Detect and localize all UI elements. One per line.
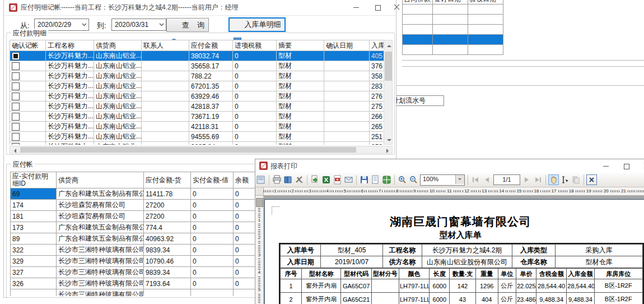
table-row[interactable]: 174 长沙坦森贸易有限公司 27200 0 0 xyxy=(11,200,273,211)
scrollbar-thumb[interactable] xyxy=(385,52,392,81)
ruler-thumb[interactable] xyxy=(256,198,263,207)
title-bar[interactable]: 应付明细记帐------当前工程：长沙万科魅力之城4.2期------当前用户：… xyxy=(4,0,396,16)
table-row[interactable]: 长沙万科魅力... 山东南山铝业... 3895.84 0 型材 250 xyxy=(10,142,384,145)
query-button[interactable]: 查 询 xyxy=(166,18,209,32)
page-number-input[interactable]: 1/1 xyxy=(493,174,520,185)
table-row[interactable] xyxy=(403,15,503,25)
confirm-checkbox[interactable] xyxy=(12,62,20,70)
table-row[interactable]: 长沙万科魅力... 山东南山铝业... 788.22 0 型材 358 xyxy=(10,71,384,81)
table-row[interactable]: 长沙万科魅力... 山东南山铝业... 94555.69 0 型材 251 xyxy=(10,132,384,142)
horizontal-scrollbar[interactable] xyxy=(10,146,393,154)
column-header[interactable]: 入库 xyxy=(370,40,384,51)
table-row[interactable]: 长沙万科魅力... 山东南山铝业... 63929.46 0 型材 276 xyxy=(10,91,384,102)
confirm-checkbox[interactable] xyxy=(12,52,20,60)
column-header[interactable]: 供货商 xyxy=(57,172,144,188)
close-button[interactable] xyxy=(388,0,405,15)
minimize-button[interactable] xyxy=(348,0,365,15)
column-header[interactable]: 应-实付款明细ID xyxy=(11,172,57,188)
table-row[interactable]: 322 长沙市三湘特种玻璃有限公司 9839.34 0 0 xyxy=(11,245,273,256)
scroll-up-button[interactable] xyxy=(385,41,392,49)
open-report-icon[interactable] xyxy=(371,175,380,185)
first-page-icon[interactable] xyxy=(471,175,480,185)
document-map-icon[interactable] xyxy=(256,175,266,185)
confirm-checkbox[interactable] xyxy=(12,93,20,100)
table-row[interactable] xyxy=(403,4,503,15)
table-row[interactable]: 89 广东合和建筑五金制品有限公司 40963.92 0 0 xyxy=(11,233,273,245)
confirm-checkbox[interactable] xyxy=(12,82,20,90)
column-header[interactable]: 确认日期 xyxy=(324,40,370,51)
column-header[interactable]: 合同价款 xyxy=(403,0,433,4)
inbound-detail-button[interactable]: 入库单明细 xyxy=(228,17,286,32)
column-header[interactable]: 应付金额 xyxy=(189,40,233,51)
report-design-icon[interactable] xyxy=(295,175,304,185)
report-form-title: 型材入库单 xyxy=(279,230,642,241)
table-row[interactable]: 327 长沙市三湘特种玻璃有限公司 9839.34 0 0 xyxy=(11,267,273,278)
column-header[interactable]: 实付金额-借 xyxy=(191,172,234,188)
last-page-icon[interactable] xyxy=(533,175,543,185)
chevron-down-icon xyxy=(82,23,87,26)
table-row-selected[interactable] xyxy=(403,35,503,45)
minimize-button[interactable] xyxy=(598,159,614,173)
table-row[interactable]: 173 广东合和建筑五金制品有限公司 774.4 0 0 xyxy=(11,222,273,233)
email-icon[interactable] xyxy=(344,175,353,185)
table-row[interactable] xyxy=(403,25,503,35)
previous-page-icon[interactable] xyxy=(482,175,492,185)
table-row[interactable]: 69 广东合和建筑五金制品有限公司 11411.78 0 0 xyxy=(11,188,273,200)
scroll-left-button[interactable] xyxy=(11,147,19,153)
to-date-combo[interactable]: 2020/03/31 xyxy=(111,19,166,31)
table-row[interactable]: 长沙万科魅力... 山东南山铝业... 73671.19 0 型材 266 xyxy=(10,112,384,122)
vertical-scrollbar[interactable] xyxy=(384,40,393,145)
table-row[interactable]: 长沙万科魅力... 山东南山铝业... 42818.37 0 型材 275 xyxy=(10,102,384,112)
data-table-icon[interactable] xyxy=(382,175,391,185)
column-header[interactable]: 进项税额 xyxy=(233,40,277,51)
pdf-export-icon[interactable] xyxy=(333,175,342,185)
pan-hand-icon[interactable] xyxy=(549,175,558,185)
text-select-icon[interactable] xyxy=(560,175,570,185)
confirm-checkbox[interactable] xyxy=(12,123,20,131)
column-header[interactable]: 摘要 xyxy=(277,40,324,51)
scroll-down-button[interactable] xyxy=(385,135,392,144)
column-header[interactable]: 确认记帐 xyxy=(10,40,46,51)
confirm-checkbox[interactable] xyxy=(12,72,20,80)
confirm-checkbox[interactable] xyxy=(12,143,20,145)
table-row-selected[interactable]: 长沙万科魅力... 山东南山铝业... 38032.74 0 型材 405 xyxy=(10,51,384,61)
export-icon[interactable] xyxy=(310,175,320,185)
column-header[interactable]: 工程名称 xyxy=(46,40,94,51)
confirm-checkbox[interactable] xyxy=(12,133,20,141)
chevron-down-icon[interactable] xyxy=(455,175,464,184)
column-header[interactable]: 签订日期 xyxy=(433,0,468,4)
table-row[interactable]: 长沙万科魅力... 山东南山铝业... 67201.35 0 型材 283 xyxy=(10,81,384,91)
scrollbar-thumb[interactable] xyxy=(20,147,356,153)
plan-serial-field: 计划流水号 xyxy=(390,95,444,106)
table-row[interactable]: 181 长沙坦森贸易有限公司 27200 0 0 xyxy=(11,211,273,222)
confirm-checkbox[interactable] xyxy=(12,113,20,121)
close-button[interactable] xyxy=(638,159,644,173)
close-preview-icon[interactable] xyxy=(587,175,596,185)
scroll-right-button[interactable] xyxy=(383,147,391,153)
table-row[interactable]: 长沙万科魅力... 山东南山铝业... 35658.17 0 型材 376 xyxy=(10,61,384,71)
column-header[interactable]: 应付金额-货 xyxy=(144,172,191,188)
page-setup-icon[interactable] xyxy=(283,175,293,185)
zoom-in-icon[interactable] xyxy=(398,175,407,185)
table-row[interactable]: 329 长沙市三湘特种玻璃有限公司 10790.46 0 0 xyxy=(11,256,273,267)
save-icon[interactable] xyxy=(360,175,369,185)
table-row[interactable]: 326 长沙市三湘特种玻璃有限公司 7193.64 0 0 xyxy=(11,278,273,289)
table-row[interactable]: 长沙市三湘特种玻璃有限公司 xyxy=(11,289,273,297)
zoom-out-icon[interactable] xyxy=(409,175,418,185)
next-page-icon[interactable] xyxy=(522,175,531,185)
detail-groupbox: 应付款明细 确认记帐 工程名称 供货商 联系人 应付金额 进项税额 摘要 确认日… xyxy=(6,33,395,155)
confirm-checkbox[interactable] xyxy=(12,103,20,110)
table-row[interactable] xyxy=(403,45,503,55)
table-row[interactable]: 长沙万科魅力... 山东南山铝业... 42118.31 0 型材 265 xyxy=(10,122,384,132)
excel-export-icon[interactable] xyxy=(321,175,331,185)
print-icon[interactable] xyxy=(272,175,282,185)
window-title: 应付明细记帐------当前工程：长沙万科魅力之城4.2期------当前用户：… xyxy=(21,0,239,15)
maximize-button[interactable] xyxy=(370,0,386,15)
title-bar[interactable]: 报表打印 xyxy=(255,159,644,173)
copy-page-icon[interactable] xyxy=(571,175,581,185)
column-header[interactable]: 验收日期 xyxy=(468,0,503,4)
zoom-level-combo[interactable]: 100% xyxy=(420,174,465,186)
column-header[interactable]: 联系人 xyxy=(142,40,189,51)
column-header[interactable]: 供货商 xyxy=(94,40,142,51)
maximize-button[interactable] xyxy=(618,159,635,173)
